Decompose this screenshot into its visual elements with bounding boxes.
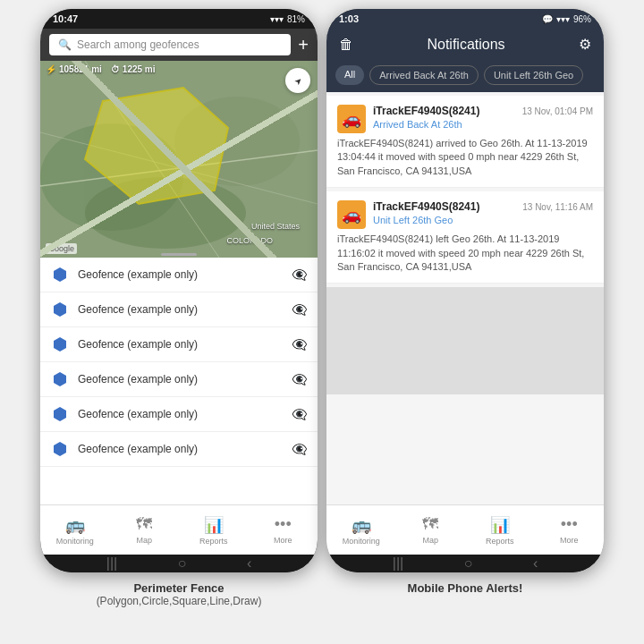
notif-date: 13 Nov, 11:16 AM	[522, 202, 593, 212]
geo-name: Geofence (example only)	[78, 408, 283, 420]
geofence-item[interactable]: Geofence (example only) 👁‍🗨	[40, 432, 318, 467]
notif-subtitle: Arrived Back At 26th	[373, 119, 593, 130]
home-circle[interactable]: ○	[178, 555, 187, 572]
search-input[interactable]: 🔍 Search among geofences	[49, 34, 291, 55]
map-icon: 🗺	[136, 515, 152, 534]
geo-name: Geofence (example only)	[78, 443, 283, 455]
nav-monitoring-2[interactable]: 🚌 Monitoring	[326, 515, 396, 546]
geofence-item[interactable]: Geofence (example only) 👁‍🗨	[40, 362, 318, 397]
screen-1: 🔍 Search among geofences +	[40, 29, 318, 504]
phone1-caption-main: Perimeter Fence	[40, 581, 318, 595]
settings-button[interactable]: ⚙	[579, 36, 591, 53]
phone1-label: Perimeter Fence (Polygon,Circle,Square,L…	[40, 581, 318, 607]
map-stats: ⚡ 105821 mi ⏱ 1225 mi	[46, 64, 156, 74]
battery-1: 81%	[287, 14, 305, 24]
device-name: iTrackEF4940S(8241)	[373, 200, 479, 213]
monitoring-label: Monitoring	[56, 537, 94, 546]
search-bar: 🔍 Search among geofences +	[40, 29, 318, 61]
notification-map-image	[326, 287, 604, 394]
nav-map[interactable]: 🗺 Map	[110, 515, 180, 545]
geofence-item[interactable]: Geofence (example only) 👁‍🗨	[40, 327, 318, 362]
labels-row: Perimeter Fence (Polygon,Circle,Square,L…	[0, 581, 644, 607]
chat-icon: 💬	[542, 14, 553, 24]
page-title: Notifications	[427, 37, 504, 53]
nav-more[interactable]: ••• More	[249, 515, 318, 545]
filter-arrived[interactable]: Arrived Back At 26th	[369, 65, 479, 85]
more-label: More	[274, 536, 292, 545]
more-icon: •••	[275, 515, 292, 534]
phone2-caption-main: Mobile Phone Alerts!	[326, 581, 604, 595]
geofence-item[interactable]: Geofence (example only) 👁‍🗨	[40, 258, 318, 292]
home-indicator-1: ||| ○ ‹	[40, 555, 318, 572]
more-icon-2: •••	[561, 515, 578, 534]
home-lines-2: |||	[393, 555, 403, 572]
geo-name: Geofence (example only)	[78, 303, 283, 316]
add-geofence-button[interactable]: +	[298, 35, 309, 55]
google-logo: Google	[46, 243, 77, 254]
phone2-label: Mobile Phone Alerts!	[326, 581, 604, 607]
monitoring-icon: 🚌	[65, 515, 85, 535]
time-2: 1:03	[339, 13, 359, 24]
search-icon: 🔍	[58, 38, 72, 51]
nav-monitoring[interactable]: 🚌 Monitoring	[40, 515, 110, 546]
geofence-item[interactable]: Geofence (example only) 👁‍🗨	[40, 292, 318, 327]
notif-date: 13 Nov, 01:04 PM	[522, 106, 593, 116]
bottom-nav-1: 🚌 Monitoring 🗺 Map 📊 Reports ••• More	[40, 504, 318, 555]
geo-name: Geofence (example only)	[78, 373, 283, 386]
status-icons-1: ▾▾▾ 81%	[270, 14, 305, 24]
nav-map-2[interactable]: 🗺 Map	[396, 515, 466, 545]
filter-left[interactable]: Unit Left 26th Geo	[484, 65, 583, 85]
delete-button[interactable]: 🗑	[339, 37, 353, 53]
home-back[interactable]: ‹	[247, 555, 251, 572]
home-circle-2[interactable]: ○	[464, 555, 473, 572]
svg-point-3	[85, 177, 246, 249]
visibility-icon[interactable]: 👁‍🗨	[292, 407, 307, 421]
map-label: Map	[136, 536, 152, 545]
map-container[interactable]: ⚡ 105821 mi ⏱ 1225 mi United States COLO…	[40, 61, 318, 258]
notification-card[interactable]: 🚗 iTrackEF4940S(8241) 13 Nov, 11:16 AM U…	[326, 191, 604, 284]
geo-name: Geofence (example only)	[78, 338, 283, 351]
notif-info: iTrackEF4940S(8241) 13 Nov, 01:04 PM Arr…	[373, 105, 593, 130]
visibility-icon[interactable]: 👁‍🗨	[292, 337, 307, 352]
map-icon-2: 🗺	[422, 515, 438, 534]
phone-2: 1:03 💬 ▾▾▾ 96% 🗑 Notifications ⚙ All Arr…	[326, 9, 604, 572]
geofence-list: Geofence (example only) 👁‍🗨 Geofence (ex…	[40, 258, 318, 504]
visibility-icon[interactable]: 👁‍🗨	[292, 302, 307, 317]
svg-rect-0	[40, 61, 318, 258]
reports-icon-2: 📊	[490, 515, 510, 535]
nav-reports[interactable]: 📊 Reports	[179, 515, 249, 546]
trip-distance: ⏱ 1225 mi	[111, 64, 156, 74]
notifications-header: 🗑 Notifications ⚙	[326, 29, 604, 60]
filter-tabs: All Arrived Back At 26th Unit Left 26th …	[326, 60, 604, 92]
visibility-icon[interactable]: 👁‍🗨	[292, 372, 307, 386]
nav-more-2[interactable]: ••• More	[535, 515, 605, 545]
filter-all[interactable]: All	[335, 65, 364, 85]
svg-point-1	[40, 123, 183, 231]
phones-row: 10:47 ▾▾▾ 81% 🔍 Search among geofences +	[0, 0, 644, 581]
notification-card[interactable]: 🚗 iTrackEF4940S(8241) 13 Nov, 01:04 PM A…	[326, 96, 604, 188]
compass-button[interactable]	[285, 68, 310, 93]
visibility-icon[interactable]: 👁‍🗨	[292, 267, 307, 282]
svg-marker-10	[54, 337, 66, 352]
nav-reports-2[interactable]: 📊 Reports	[465, 515, 535, 546]
screen-2: 🗑 Notifications ⚙ All Arrived Back At 26…	[326, 29, 604, 555]
bottom-nav-2: 🚌 Monitoring 🗺 Map 📊 Reports ••• More	[326, 504, 604, 555]
total-distance: ⚡ 105821 mi	[46, 64, 102, 74]
geofence-item[interactable]: Geofence (example only) 👁‍🗨	[40, 397, 318, 432]
status-icons-2: 💬 ▾▾▾ 96%	[542, 14, 591, 24]
monitoring-label-2: Monitoring	[343, 537, 380, 546]
visibility-icon[interactable]: 👁‍🗨	[292, 442, 307, 456]
svg-point-2	[174, 97, 300, 186]
vehicle-icon: 🚗	[337, 105, 366, 133]
monitoring-icon-2: 🚌	[352, 515, 371, 535]
phone1-caption-sub: (Polygon,Circle,Square,Line,Draw)	[40, 595, 318, 607]
notif-info: iTrackEF4940S(8241) 13 Nov, 11:16 AM Uni…	[373, 200, 593, 225]
home-back-2[interactable]: ‹	[533, 555, 538, 572]
home-lines: |||	[106, 555, 117, 572]
phone-1: 10:47 ▾▾▾ 81% 🔍 Search among geofences +	[40, 9, 318, 572]
map-label-2: Map	[422, 536, 438, 545]
svg-marker-7	[85, 88, 228, 204]
status-bar-2: 1:03 💬 ▾▾▾ 96%	[326, 9, 604, 29]
time-1: 10:47	[53, 13, 78, 24]
scroll-indicator	[161, 253, 197, 256]
